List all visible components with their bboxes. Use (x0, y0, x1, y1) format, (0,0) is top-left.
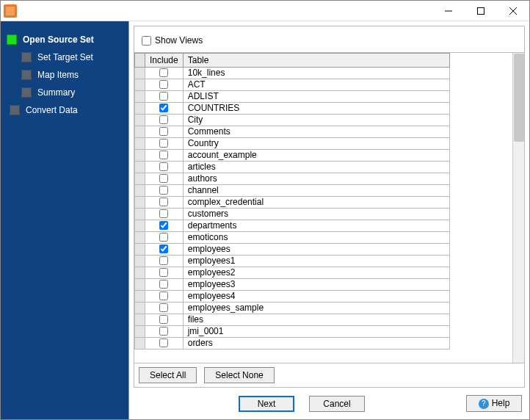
table-row[interactable]: employees1 (135, 255, 450, 267)
include-checkbox[interactable] (159, 92, 168, 101)
include-checkbox[interactable] (159, 221, 168, 230)
row-header[interactable] (135, 255, 145, 267)
table-name-cell[interactable]: City (183, 114, 449, 126)
select-all-button[interactable]: Select All (139, 367, 197, 383)
table-name-cell[interactable]: employees_sample (183, 302, 449, 314)
table-row[interactable]: complex_credential (135, 196, 450, 208)
include-cell[interactable] (145, 67, 184, 79)
row-header[interactable] (135, 149, 145, 161)
table-row[interactable]: authors (135, 173, 450, 184)
include-cell[interactable] (145, 79, 184, 90)
row-header[interactable] (135, 161, 145, 173)
col-include[interactable]: Include (145, 53, 184, 67)
include-checkbox[interactable] (159, 198, 168, 206)
include-cell[interactable] (145, 149, 184, 161)
include-cell[interactable] (145, 314, 184, 325)
include-cell[interactable] (145, 337, 184, 349)
minimize-button[interactable] (432, 1, 465, 21)
table-row[interactable]: ACT (135, 79, 450, 90)
include-checkbox[interactable] (159, 280, 168, 289)
step-summary[interactable]: Summary (21, 87, 128, 98)
step-convert-data[interactable]: Convert Data (10, 105, 128, 115)
table-row[interactable]: employees4 (135, 290, 450, 302)
table-name-cell[interactable]: authors (183, 173, 449, 184)
include-checkbox[interactable] (159, 80, 168, 89)
include-checkbox[interactable] (159, 127, 168, 136)
step-map-items[interactable]: Map Items (21, 70, 128, 80)
row-header[interactable] (135, 325, 145, 337)
scrollbar-thumb[interactable] (514, 54, 524, 142)
table-row[interactable]: employees3 (135, 278, 450, 290)
table-row[interactable]: jmi_0001 (135, 325, 450, 337)
row-header[interactable] (135, 231, 145, 243)
table-row[interactable]: City (135, 114, 450, 126)
step-open-source[interactable]: Open Source Set (7, 35, 128, 45)
include-cell[interactable] (145, 126, 184, 137)
table-name-cell[interactable]: departments (183, 220, 449, 231)
include-cell[interactable] (145, 255, 184, 267)
include-checkbox[interactable] (159, 327, 168, 336)
row-header[interactable] (135, 79, 145, 90)
include-checkbox[interactable] (159, 256, 168, 265)
include-checkbox[interactable] (159, 174, 168, 183)
row-header[interactable] (135, 173, 145, 184)
include-checkbox[interactable] (159, 139, 168, 148)
row-header[interactable] (135, 90, 145, 102)
show-views-input[interactable] (142, 36, 151, 46)
table-name-cell[interactable]: employees1 (183, 255, 449, 267)
table-name-cell[interactable]: employees3 (183, 278, 449, 290)
include-checkbox[interactable] (159, 209, 168, 218)
table-name-cell[interactable]: COUNTRIES (183, 102, 449, 114)
table-name-cell[interactable]: ADLIST (183, 90, 449, 102)
table-name-cell[interactable]: ACT (183, 79, 449, 90)
row-header[interactable] (135, 208, 145, 220)
table-row[interactable]: emoticons (135, 231, 450, 243)
include-checkbox[interactable] (159, 245, 168, 253)
include-checkbox[interactable] (159, 115, 168, 124)
table-name-cell[interactable]: customers (183, 208, 449, 220)
vertical-scrollbar[interactable] (512, 53, 524, 363)
include-cell[interactable] (145, 231, 184, 243)
include-checkbox[interactable] (159, 233, 168, 242)
table-name-cell[interactable]: channel (183, 184, 449, 196)
table-name-cell[interactable]: employees2 (183, 267, 449, 278)
row-header[interactable] (135, 220, 145, 231)
table-row[interactable]: Country (135, 137, 450, 149)
include-cell[interactable] (145, 196, 184, 208)
include-checkbox[interactable] (159, 292, 168, 300)
include-checkbox[interactable] (159, 338, 168, 347)
include-checkbox[interactable] (159, 162, 168, 171)
table-row[interactable]: 10k_lines (135, 67, 450, 79)
include-checkbox[interactable] (159, 268, 168, 277)
show-views-checkbox[interactable]: Show Views (142, 35, 203, 46)
table-row[interactable]: orders (135, 337, 450, 349)
row-header[interactable] (135, 337, 145, 349)
include-cell[interactable] (145, 220, 184, 231)
include-checkbox[interactable] (159, 186, 168, 195)
help-button[interactable]: ?Help (466, 395, 522, 412)
include-checkbox[interactable] (159, 104, 168, 112)
include-cell[interactable] (145, 325, 184, 337)
row-header[interactable] (135, 290, 145, 302)
row-header[interactable] (135, 302, 145, 314)
col-table[interactable]: Table (183, 53, 449, 67)
include-cell[interactable] (145, 290, 184, 302)
include-cell[interactable] (145, 267, 184, 278)
table-name-cell[interactable]: files (183, 314, 449, 325)
table-name-cell[interactable]: jmi_0001 (183, 325, 449, 337)
row-header[interactable] (135, 267, 145, 278)
next-button[interactable]: Next (239, 396, 294, 412)
table-row[interactable]: account_example (135, 149, 450, 161)
table-name-cell[interactable]: account_example (183, 149, 449, 161)
table-name-cell[interactable]: Country (183, 137, 449, 149)
table-row[interactable]: COUNTRIES (135, 102, 450, 114)
table-name-cell[interactable]: Comments (183, 126, 449, 137)
include-checkbox[interactable] (159, 315, 168, 324)
include-cell[interactable] (145, 243, 184, 255)
row-header[interactable] (135, 137, 145, 149)
include-checkbox[interactable] (159, 151, 168, 159)
row-header[interactable] (135, 102, 145, 114)
maximize-button[interactable] (465, 1, 497, 21)
table-row[interactable]: departments (135, 220, 450, 231)
row-header[interactable] (135, 114, 145, 126)
